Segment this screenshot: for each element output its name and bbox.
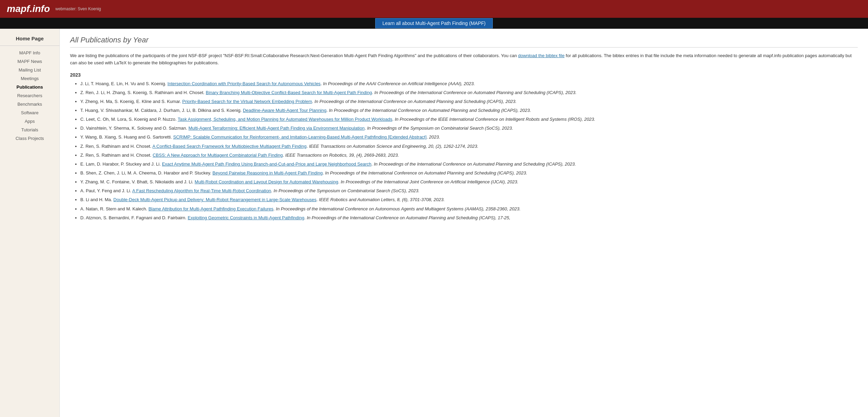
sidebar-link-meetings[interactable]: Meetings bbox=[0, 74, 59, 83]
pub-venue: IEEE Transactions on Automation Science … bbox=[309, 144, 478, 149]
pub-venue: In Proceedings of the International Conf… bbox=[276, 206, 520, 211]
list-item: Y. Wang, B. Xiang, S. Huang and G. Sarto… bbox=[80, 134, 858, 141]
banner: Learn all about Multi-Agent Path Finding… bbox=[0, 18, 868, 29]
pub-venue: In Proceedings of the International Join… bbox=[341, 179, 518, 184]
pub-title-link[interactable]: CBSS: A New Approach for Multiagent Comb… bbox=[153, 153, 283, 158]
list-item: Z. Ren, J. Li, H. Zhang, S. Koenig, S. R… bbox=[80, 89, 858, 96]
pub-venue: In Proceedings of the AAAI Conference on… bbox=[323, 81, 475, 86]
list-item: E. Lam, D. Harabor, P. Stuckey and J. Li… bbox=[80, 161, 858, 168]
pub-authors: Y. Zheng, H. Ma, S. Koenig, E. Kline and… bbox=[80, 99, 181, 104]
pub-title-link[interactable]: Exact Anytime Multi-Agent Path Finding U… bbox=[162, 161, 371, 167]
pub-title-link[interactable]: Priority-Based Search for the Virtual Ne… bbox=[182, 99, 312, 104]
sidebar-nav: MAPF Info MAPF News Mailing List Meeting… bbox=[0, 49, 59, 143]
pub-authors: Y. Wang, B. Xiang, S. Huang and G. Sarto… bbox=[80, 134, 172, 140]
site-header: mapf.info webmaster: Sven Koenig bbox=[0, 0, 868, 18]
pub-title-link[interactable]: Binary Branching Multi-Objective Conflic… bbox=[206, 90, 372, 95]
pub-venue: In Proceedings of the International Conf… bbox=[329, 108, 531, 113]
site-logo[interactable]: mapf.info bbox=[7, 3, 50, 14]
list-item: D. Atzmon, S. Bernardini, F. Fagnani and… bbox=[80, 214, 858, 221]
sidebar-link-software[interactable]: Software bbox=[0, 108, 59, 117]
bibtex-download-link[interactable]: download the bibtex file bbox=[518, 53, 565, 58]
pub-title-link[interactable]: Deadline-Aware Multi-Agent Tour Planning bbox=[243, 108, 327, 113]
sidebar-item-researchers[interactable]: Researchers bbox=[0, 91, 59, 100]
pub-venue: In Proceedings of the International Conf… bbox=[374, 161, 576, 167]
sidebar-item-mailing-list[interactable]: Mailing List bbox=[0, 66, 59, 74]
pub-authors: Z. Ren, S. Rathinam and H. Choset. bbox=[80, 153, 151, 158]
sidebar-link-publications[interactable]: Publications bbox=[0, 83, 59, 91]
pub-title-link[interactable]: Blame Attribution for Multi-Agent Pathfi… bbox=[148, 206, 273, 211]
pub-title-link[interactable]: Double-Deck Multi-Agent Pickup and Deliv… bbox=[113, 197, 316, 202]
sidebar: Home Page MAPF Info MAPF News Mailing Li… bbox=[0, 29, 60, 417]
list-item: B. Shen, Z. Chen, J. Li, M. A. Cheema, D… bbox=[80, 170, 858, 177]
pub-title-link[interactable]: Intersection Coordination with Priority-… bbox=[167, 81, 321, 86]
intro-paragraph: We are listing the publications of the p… bbox=[70, 52, 858, 67]
pub-venue: IEEE Robotics and Automation Letters, 8,… bbox=[319, 197, 445, 202]
sidebar-link-benchmarks[interactable]: Benchmarks bbox=[0, 100, 59, 108]
pub-authors: D. Vainshtein, Y. Sherma, K. Solovey and… bbox=[80, 126, 187, 131]
sidebar-link-tutorials[interactable]: Tutorials bbox=[0, 126, 59, 134]
sidebar-link-mapf-info[interactable]: MAPF Info bbox=[0, 49, 59, 57]
sidebar-link-mapf-news[interactable]: MAPF News bbox=[0, 57, 59, 66]
list-item: A. Paul, Y. Feng and J. Li. A Fast Resch… bbox=[80, 187, 858, 194]
sidebar-item-apps[interactable]: Apps bbox=[0, 117, 59, 126]
list-item: Y. Zhang, M. C. Fontaine, V. Bhatt, S. N… bbox=[80, 179, 858, 185]
page-title: All Publications by Year bbox=[70, 36, 858, 48]
sidebar-item-publications[interactable]: Publications bbox=[0, 83, 59, 91]
sidebar-item-meetings[interactable]: Meetings bbox=[0, 74, 59, 83]
pub-title-link[interactable]: SCRIMP: Scalable Communication for Reinf… bbox=[173, 134, 426, 140]
list-item: B. Li and H. Ma. Double-Deck Multi-Agent… bbox=[80, 196, 858, 203]
page-layout: Home Page MAPF Info MAPF News Mailing Li… bbox=[0, 29, 868, 417]
pub-authors: D. Atzmon, S. Bernardini, F. Fagnani and… bbox=[80, 215, 187, 220]
list-item: Z. Ren, S. Rathinam and H. Choset. CBSS:… bbox=[80, 152, 858, 159]
banner-link[interactable]: Learn all about Multi-Agent Path Finding… bbox=[375, 18, 493, 28]
pub-title-link[interactable]: Exploiting Geometric Constraints in Mult… bbox=[188, 215, 304, 220]
pub-authors: J. Li, T. Hoang, E. Lin, H. Vu and S. Ko… bbox=[80, 81, 166, 86]
webmaster-label: webmaster: Sven Koenig bbox=[55, 6, 101, 11]
pub-authors: A. Natan, R. Stern and M. Kalech. bbox=[80, 206, 147, 211]
main-content: All Publications by Year We are listing … bbox=[60, 29, 868, 417]
pub-venue: In Proceedings of the Symposium on Combi… bbox=[367, 126, 513, 131]
pub-authors: Z. Ren, J. Li, H. Zhang, S. Koenig, S. R… bbox=[80, 90, 204, 95]
pub-venue: In Proceedings of the International Conf… bbox=[314, 99, 516, 104]
pub-authors: B. Li and H. Ma. bbox=[80, 197, 112, 202]
sidebar-item-tutorials[interactable]: Tutorials bbox=[0, 126, 59, 134]
list-item: Y. Zheng, H. Ma, S. Koenig, E. Kline and… bbox=[80, 98, 858, 105]
sidebar-item-class-projects[interactable]: Class Projects bbox=[0, 134, 59, 143]
pub-venue: 2023. bbox=[429, 134, 440, 140]
pub-authors: A. Paul, Y. Feng and J. Li. bbox=[80, 188, 131, 193]
pub-authors: Y. Zhang, M. C. Fontaine, V. Bhatt, S. N… bbox=[80, 179, 193, 184]
pub-authors: B. Shen, Z. Chen, J. Li, M. A. Cheema, D… bbox=[80, 170, 211, 175]
pub-venue: In Proceedings of the IEEE International… bbox=[395, 117, 595, 122]
sidebar-link-class-projects[interactable]: Class Projects bbox=[0, 134, 59, 143]
pub-title-link[interactable]: A Fast Rescheduling Algorithm for Real-T… bbox=[132, 188, 271, 193]
sidebar-link-apps[interactable]: Apps bbox=[0, 117, 59, 126]
list-item: Z. Ren, S. Rathinam and H. Choset. A Con… bbox=[80, 143, 858, 150]
sidebar-item-mapf-news[interactable]: MAPF News bbox=[0, 57, 59, 66]
list-item: T. Huang, V. Shivashankar, M. Caldara, J… bbox=[80, 107, 858, 114]
sidebar-item-software[interactable]: Software bbox=[0, 108, 59, 117]
pub-title-link[interactable]: Task Assignment, Scheduling, and Motion … bbox=[178, 117, 392, 122]
pub-title-link[interactable]: Multi-Agent Terraforming: Efficient Mult… bbox=[189, 126, 365, 131]
pub-authors: E. Lam, D. Harabor, P. Stuckey and J. Li… bbox=[80, 161, 161, 167]
intro-text-1: We are listing the publications of the p… bbox=[70, 53, 517, 58]
pub-venue: In Proceedings of the International Conf… bbox=[325, 170, 527, 175]
pub-authors: C. Leet, C. Oh, M. Lora, S. Koenig and P… bbox=[80, 117, 177, 122]
sidebar-link-mailing-list[interactable]: Mailing List bbox=[0, 66, 59, 74]
pub-venue: IEEE Transactions on Robotics, 39, (4), … bbox=[285, 153, 399, 158]
pub-title-link[interactable]: Multi-Robot Coordination and Layout Desi… bbox=[195, 179, 338, 184]
pub-title-link[interactable]: A Conflict-Based Search Framework for Mu… bbox=[152, 144, 307, 149]
sidebar-link-researchers[interactable]: Researchers bbox=[0, 91, 59, 100]
pub-venue: In Proceedings of the International Conf… bbox=[307, 215, 511, 220]
list-item: D. Vainshtein, Y. Sherma, K. Solovey and… bbox=[80, 125, 858, 132]
pub-title-link[interactable]: Beyond Pairwise Reasoning in Multi-Agent… bbox=[213, 170, 323, 175]
pub-venue: In Proceedings of the International Conf… bbox=[375, 90, 577, 95]
sidebar-item-mapf-info[interactable]: MAPF Info bbox=[0, 49, 59, 57]
publications-list: J. Li, T. Hoang, E. Lin, H. Vu and S. Ko… bbox=[70, 80, 858, 221]
pub-authors: T. Huang, V. Shivashankar, M. Caldara, J… bbox=[80, 108, 242, 113]
sidebar-home[interactable]: Home Page bbox=[0, 33, 59, 46]
sidebar-item-benchmarks[interactable]: Benchmarks bbox=[0, 100, 59, 108]
list-item: C. Leet, C. Oh, M. Lora, S. Koenig and P… bbox=[80, 116, 858, 123]
pub-venue: In Proceedings of the Symposium on Combi… bbox=[274, 188, 420, 193]
list-item: A. Natan, R. Stern and M. Kalech. Blame … bbox=[80, 206, 858, 212]
year-2023: 2023 bbox=[70, 72, 858, 78]
